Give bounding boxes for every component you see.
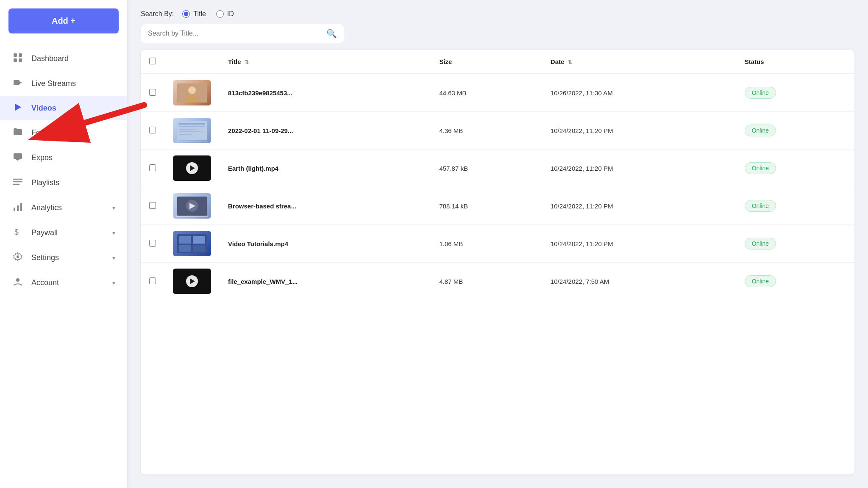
svg-rect-16 (20, 203, 22, 211)
radio-id-input[interactable] (216, 10, 224, 18)
select-all-checkbox[interactable] (149, 58, 156, 64)
row-thumb-cell (164, 112, 220, 150)
expos-icon (12, 152, 24, 164)
row-checkbox-cell (141, 74, 164, 112)
search-button[interactable]: 🔍 (326, 28, 337, 39)
row-title: Browser-based strea... (220, 187, 431, 225)
radio-title[interactable]: Title (182, 10, 206, 18)
svg-text:$: $ (14, 228, 19, 236)
sidebar-item-account[interactable]: Account▾ (0, 270, 127, 295)
sidebar-label-live-streams: Live Streams (31, 79, 115, 88)
row-date: 10/24/2022, 11:20 PM (542, 187, 736, 225)
svg-rect-5 (14, 80, 19, 85)
row-date: 10/24/2022, 11:20 PM (542, 112, 736, 150)
sidebar-label-dashboard: Dashboard (31, 54, 115, 63)
row-size: 44.63 MB (431, 74, 542, 112)
sidebar-item-paywall[interactable]: $Paywall▾ (0, 220, 127, 245)
row-status-cell: Online (736, 74, 854, 112)
chevron-paywall-icon: ▾ (112, 230, 115, 236)
row-checkbox[interactable] (149, 277, 156, 284)
thumbnail (173, 80, 211, 105)
sidebar-item-playlists[interactable]: Playlists (0, 170, 127, 195)
row-checkbox-cell (141, 112, 164, 150)
dashboard-icon (12, 53, 24, 64)
sidebar-item-expos[interactable]: Expos (0, 145, 127, 170)
sidebar-label-analytics: Analytics (31, 203, 105, 212)
table-row: file_example_WMV_1...4.87 MB10/24/2022, … (141, 263, 854, 300)
date-sort-icon[interactable]: ⇅ (568, 59, 572, 65)
svg-point-19 (16, 278, 19, 282)
row-status-cell: Online (736, 112, 854, 150)
row-title: 813cfb239e9825453... (220, 74, 431, 112)
row-date: 10/26/2022, 11:30 AM (542, 74, 736, 112)
sidebar: Add + DashboardLive StreamsVideosFolders… (0, 0, 127, 488)
sidebar-item-folders[interactable]: Folders (0, 120, 127, 145)
thumbnail (173, 269, 211, 294)
sidebar-label-paywall: Paywall (31, 228, 105, 237)
svg-rect-27 (179, 131, 202, 132)
svg-marker-7 (15, 104, 21, 111)
status-badge: Online (745, 162, 776, 174)
sidebar-item-videos[interactable]: Videos (0, 96, 127, 120)
row-thumb-cell (164, 74, 220, 112)
table-row: Earth (light).mp4457.87 kB10/24/2022, 11… (141, 150, 854, 187)
row-checkbox[interactable] (149, 240, 156, 247)
videos-table: Title ⇅ Size Date ⇅ Status 813cfb239e982… (141, 50, 854, 300)
svg-rect-28 (179, 134, 192, 135)
svg-rect-3 (14, 58, 17, 62)
status-badge: Online (745, 125, 776, 136)
add-button[interactable]: Add + (8, 8, 119, 33)
row-status-cell: Online (736, 263, 854, 300)
sidebar-label-playlists: Playlists (31, 178, 115, 187)
search-by-row: Search By: Title ID (141, 10, 854, 18)
row-status-cell: Online (736, 225, 854, 263)
row-checkbox-cell (141, 263, 164, 300)
row-checkbox[interactable] (149, 127, 156, 133)
radio-id-label: ID (227, 10, 234, 18)
svg-point-21 (188, 86, 196, 94)
title-sort-icon[interactable]: ⇅ (245, 59, 249, 65)
row-date: 10/24/2022, 7:50 AM (542, 263, 736, 300)
search-by-label: Search By: (141, 10, 174, 18)
account-icon (12, 277, 24, 288)
row-size: 4.36 MB (431, 112, 542, 150)
row-status-cell: Online (736, 187, 854, 225)
sidebar-item-dashboard[interactable]: Dashboard (0, 46, 127, 71)
table-body: 813cfb239e9825453...44.63 MB10/26/2022, … (141, 74, 854, 300)
sidebar-item-analytics[interactable]: Analytics▾ (0, 195, 127, 220)
sidebar-item-settings[interactable]: Settings▾ (0, 245, 127, 270)
live-streams-icon (12, 78, 24, 89)
radio-id[interactable]: ID (216, 10, 234, 18)
row-title: 2022-02-01 11-09-29... (220, 112, 431, 150)
radio-title-input[interactable] (182, 10, 190, 18)
svg-rect-26 (179, 129, 196, 130)
row-size: 4.87 MB (431, 263, 542, 300)
playlists-icon (12, 177, 24, 189)
col-thumb (164, 50, 220, 74)
svg-rect-1 (14, 53, 17, 57)
svg-rect-25 (179, 126, 205, 127)
row-checkbox[interactable] (149, 89, 156, 96)
search-input[interactable] (148, 30, 323, 37)
row-title: Earth (light).mp4 (220, 150, 431, 187)
sidebar-item-live-streams[interactable]: Live Streams (0, 71, 127, 96)
row-thumb-cell (164, 150, 220, 187)
chevron-account-icon: ▾ (112, 280, 115, 286)
row-checkbox[interactable] (149, 164, 156, 171)
status-badge: Online (745, 87, 776, 99)
table-row: 2022-02-01 11-09-29...4.36 MB10/24/2022,… (141, 112, 854, 150)
search-area: Search By: Title ID 🔍 (127, 0, 868, 50)
analytics-icon (12, 202, 24, 214)
svg-marker-6 (19, 81, 22, 84)
svg-rect-2 (19, 53, 22, 57)
row-checkbox-cell (141, 225, 164, 263)
thumbnail (173, 193, 211, 219)
thumbnail (173, 231, 211, 256)
svg-rect-24 (179, 123, 205, 125)
chevron-settings-icon: ▾ (112, 255, 115, 261)
svg-rect-35 (179, 245, 191, 252)
row-checkbox-cell (141, 187, 164, 225)
search-radio-group: Title ID (182, 10, 234, 18)
row-checkbox[interactable] (149, 202, 156, 209)
row-status-cell: Online (736, 150, 854, 187)
